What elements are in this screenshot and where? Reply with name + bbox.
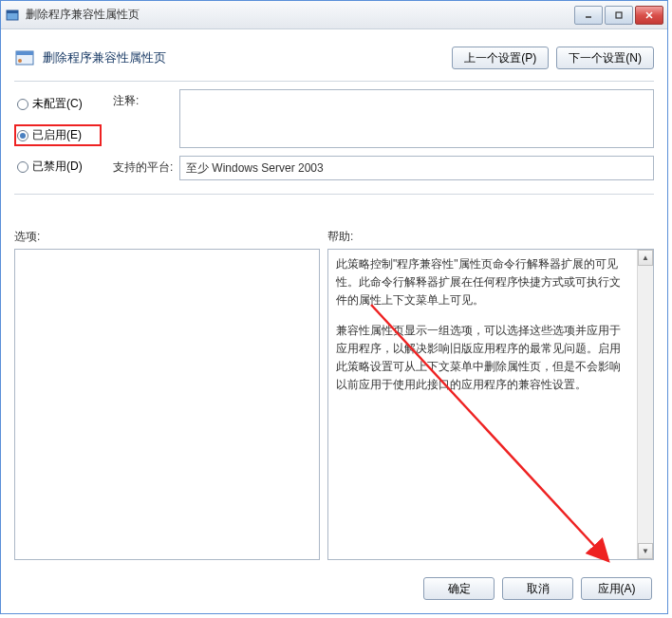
close-button[interactable]	[635, 6, 663, 25]
config-section: 未配置(C) 已启用(E) 已禁用(D) 注释: 支持的平台:	[14, 89, 654, 188]
fields-column: 注释: 支持的平台: 至少 Windows Server 2003	[113, 89, 654, 188]
nav-buttons: 上一个设置(P) 下一个设置(N)	[452, 47, 654, 69]
header-row: 删除程序兼容性属性页 上一个设置(P) 下一个设置(N)	[14, 37, 654, 79]
window-title: 删除程序兼容性属性页	[26, 7, 572, 23]
platform-row: 支持的平台: 至少 Windows Server 2003	[113, 156, 654, 180]
svg-point-8	[18, 59, 22, 63]
window-controls	[572, 6, 663, 25]
radio-label: 未配置(C)	[32, 96, 83, 112]
page-title: 删除程序兼容性属性页	[43, 49, 452, 66]
policy-icon	[14, 47, 35, 68]
radio-icon	[17, 161, 28, 173]
comment-label: 注释:	[113, 89, 179, 148]
prev-setting-button[interactable]: 上一个设置(P)	[452, 47, 549, 69]
help-paragraph: 兼容性属性页显示一组选项，可以选择这些选项并应用于应用程序，以解决影响旧版应用程…	[336, 322, 629, 395]
radio-group: 未配置(C) 已启用(E) 已禁用(D)	[14, 89, 102, 188]
options-label: 选项:	[14, 230, 40, 243]
help-text: 此策略控制"程序兼容性"属性页命令行解释器扩展的可见性。此命令行解释器扩展在任何…	[328, 250, 637, 559]
panels-row: 此策略控制"程序兼容性"属性页命令行解释器扩展的可见性。此命令行解释器扩展在任何…	[14, 249, 654, 568]
radio-label: 已禁用(D)	[32, 159, 83, 175]
radio-label: 已启用(E)	[32, 127, 82, 143]
help-paragraph: 此策略控制"程序兼容性"属性页命令行解释器扩展的可见性。此命令行解释器扩展在任何…	[336, 255, 629, 310]
scroll-up-button[interactable]: ▲	[638, 250, 653, 266]
divider	[14, 81, 654, 82]
radio-disabled[interactable]: 已禁用(D)	[14, 156, 102, 178]
scroll-track[interactable]	[638, 266, 653, 543]
mid-labels-row: 选项: 帮助:	[14, 229, 654, 245]
titlebar: 删除程序兼容性属性页	[1, 1, 667, 29]
svg-rect-3	[616, 12, 622, 18]
help-label: 帮助:	[327, 230, 353, 243]
comment-row: 注释:	[113, 89, 654, 148]
minimize-button[interactable]	[574, 6, 603, 25]
divider	[14, 194, 654, 195]
apply-button[interactable]: 应用(A)	[581, 577, 652, 600]
footer-row: 确定 取消 应用(A)	[14, 568, 654, 606]
radio-icon	[17, 99, 28, 110]
comment-input[interactable]	[179, 89, 654, 148]
cancel-button[interactable]: 取消	[502, 577, 573, 600]
radio-icon	[17, 130, 28, 141]
options-panel	[14, 249, 320, 560]
platform-value: 至少 Windows Server 2003	[179, 156, 654, 180]
svg-rect-7	[16, 51, 33, 55]
next-setting-button[interactable]: 下一个设置(N)	[556, 47, 654, 69]
ok-button[interactable]: 确定	[423, 577, 495, 600]
radio-not-configured[interactable]: 未配置(C)	[14, 93, 102, 115]
help-panel: 此策略控制"程序兼容性"属性页命令行解释器扩展的可见性。此命令行解释器扩展在任何…	[327, 249, 654, 560]
platform-label: 支持的平台:	[113, 156, 179, 180]
scroll-down-button[interactable]: ▼	[638, 543, 653, 559]
radio-enabled[interactable]: 已启用(E)	[14, 124, 102, 146]
app-icon	[5, 8, 20, 23]
scrollbar[interactable]: ▲ ▼	[637, 250, 653, 559]
svg-rect-1	[7, 10, 18, 13]
content-area: 删除程序兼容性属性页 上一个设置(P) 下一个设置(N) 未配置(C) 已启用(…	[1, 29, 667, 613]
dialog-window: 删除程序兼容性属性页 删除程序兼容性属性页 上一个设置(P) 下一个设置(N) …	[0, 0, 668, 614]
maximize-button[interactable]	[605, 6, 633, 25]
